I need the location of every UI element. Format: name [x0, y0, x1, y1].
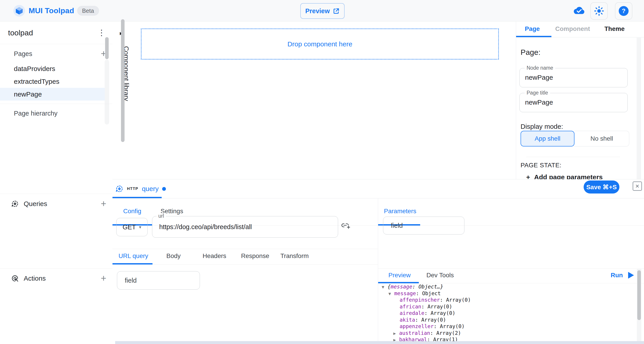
drop-component-zone[interactable]: Drop component here	[141, 29, 499, 60]
tab-dev-tools[interactable]: Dev Tools	[426, 269, 454, 282]
query-tab[interactable]: HTTP query	[116, 180, 166, 198]
plus-icon: +	[101, 273, 106, 284]
expander-icon[interactable]: ▶	[393, 331, 399, 336]
json-tree-row[interactable]: airedale: Array(0)	[378, 310, 638, 317]
expander-icon[interactable]: ▼	[388, 291, 394, 296]
page-item-label: dataProviders	[14, 65, 55, 73]
queries-label: Queries	[24, 200, 47, 208]
divider	[0, 104, 112, 104]
http-method-select[interactable]: GET ▾	[116, 218, 148, 236]
display-mode-no-shell[interactable]: No shell	[574, 131, 629, 146]
close-icon: ×	[635, 182, 639, 190]
query-name-label: query	[142, 185, 158, 193]
page-title-value[interactable]: newPage	[525, 93, 619, 112]
page-state-label: PAGE STATE:	[520, 162, 562, 169]
result-tabs-strip	[378, 269, 644, 283]
http-method-value: GET	[122, 224, 136, 231]
query-editor-topbar: HTTP query Save ⌘+S ×	[112, 180, 644, 199]
page-item-label: newPage	[14, 90, 42, 98]
pages-label: Pages	[14, 48, 32, 60]
tab-url-query[interactable]: URL query	[118, 249, 148, 263]
cloud-synced-icon	[572, 6, 585, 15]
add-action-button[interactable]: +	[98, 273, 109, 283]
page-hierarchy-label: Page hierarchy	[14, 107, 58, 120]
json-tree-row[interactable]: affenpinscher: Array(0)	[378, 297, 638, 304]
tab-page[interactable]: Page	[525, 22, 540, 36]
url-query-field-value: field	[125, 277, 137, 284]
json-tree-row[interactable]: ▼message: Object	[378, 290, 638, 297]
page-section-heading: Page:	[520, 48, 540, 57]
app-header: MUI Toolpad Beta Preview	[0, 0, 644, 22]
inspector-scrollbar-thumb[interactable]	[121, 19, 124, 142]
display-mode-toggle: App shell No shell	[520, 131, 629, 146]
json-tree-row[interactable]: ▶australian: Array(2)	[378, 330, 638, 337]
tab-body[interactable]: Body	[166, 249, 181, 263]
action-click-icon	[11, 275, 19, 282]
preview-button-label: Preview	[305, 8, 330, 15]
plus-icon: +	[101, 199, 106, 209]
query-icon	[116, 185, 124, 193]
drop-hint-label: Drop component here	[287, 40, 352, 48]
tab-transform[interactable]: Transform	[280, 249, 309, 263]
add-link-binding-button[interactable]	[341, 222, 350, 229]
help-button[interactable]: ?	[615, 2, 632, 20]
active-tab-indicator	[112, 263, 152, 264]
sidebar-item-newpage-selected[interactable]: newPage	[0, 88, 105, 101]
sun-icon	[594, 6, 604, 16]
expander-icon[interactable]: ▼	[382, 284, 388, 289]
close-panel-button[interactable]: ×	[632, 182, 642, 191]
parameters-field-input[interactable]: field	[383, 217, 464, 235]
display-mode-label: Display mode:	[520, 123, 563, 130]
json-tree-row[interactable]: african: Array(0)	[378, 304, 638, 310]
display-mode-app-shell-selected[interactable]: App shell	[520, 131, 574, 146]
active-tab-indicator	[516, 36, 552, 37]
actions-section-header: Actions	[0, 272, 112, 285]
help-icon: ?	[619, 6, 628, 16]
theme-toggle-button[interactable]	[590, 2, 608, 20]
url-query-field-input[interactable]: field	[117, 271, 200, 290]
run-label: Run	[611, 272, 623, 279]
query-icon	[11, 200, 19, 208]
json-tree-row[interactable]: ▼{message: Object…}	[378, 284, 638, 290]
url-input-value[interactable]: https://dog.ceo/api/breeds/list/all	[159, 216, 252, 238]
divider	[526, 157, 620, 157]
tab-config[interactable]: Config	[123, 203, 141, 220]
json-tree-row[interactable]: akita: Array(0)	[378, 317, 638, 324]
node-name-value[interactable]: newPage	[525, 68, 619, 87]
save-button[interactable]: Save ⌘+S	[584, 181, 620, 194]
app-title: MUI Toolpad	[28, 0, 74, 21]
tab-theme[interactable]: Theme	[604, 22, 624, 36]
sidebar-item-dataproviders[interactable]: dataProviders	[0, 62, 105, 75]
pages-scrollbar[interactable]	[105, 60, 109, 124]
json-tree-row[interactable]: ▶bakharwal: Array(1)	[378, 336, 638, 341]
preview-button[interactable]: Preview	[300, 3, 344, 19]
tab-headers[interactable]: Headers	[202, 249, 226, 263]
pages-section-header: Pages +	[0, 48, 112, 60]
chevron-down-icon: ▾	[139, 224, 141, 230]
pages-scrollbar-thumb[interactable]	[105, 37, 109, 59]
parameters-field-value: field	[391, 222, 403, 229]
page-item-label: extractedTypes	[14, 78, 59, 85]
json-result-tree: ▼{message: Object…} ▼message: Object aff…	[378, 284, 638, 341]
add-page-parameters-button[interactable]: + Add page parameters	[526, 173, 603, 179]
horizontal-scrollbar[interactable]	[115, 341, 644, 344]
add-page-parameters-label: Add page parameters	[534, 173, 603, 179]
tab-component[interactable]: Component	[555, 22, 590, 36]
plus-icon: +	[526, 173, 530, 179]
inspector-scrollbar[interactable]	[636, 38, 641, 179]
divider	[0, 268, 112, 269]
run-query-button[interactable]: Run	[611, 269, 634, 282]
expander-icon[interactable]: ▶	[393, 337, 399, 341]
sidebar-item-extractedtypes[interactable]: extractedTypes	[0, 75, 105, 88]
unsaved-indicator-dot	[162, 187, 166, 191]
tab-preview[interactable]: Preview	[388, 269, 411, 282]
queries-section-header: Queries	[0, 198, 112, 210]
active-tab-indicator	[378, 282, 419, 283]
beta-badge: Beta	[77, 6, 99, 16]
actions-label: Actions	[24, 275, 46, 282]
project-menu-button[interactable]: ⋮	[96, 27, 107, 39]
json-tree-row[interactable]: appenzeller: Array(0)	[378, 323, 638, 330]
add-query-button[interactable]: +	[98, 199, 109, 209]
result-scrollbar-thumb[interactable]	[637, 270, 641, 320]
tab-response[interactable]: Response	[241, 249, 269, 263]
